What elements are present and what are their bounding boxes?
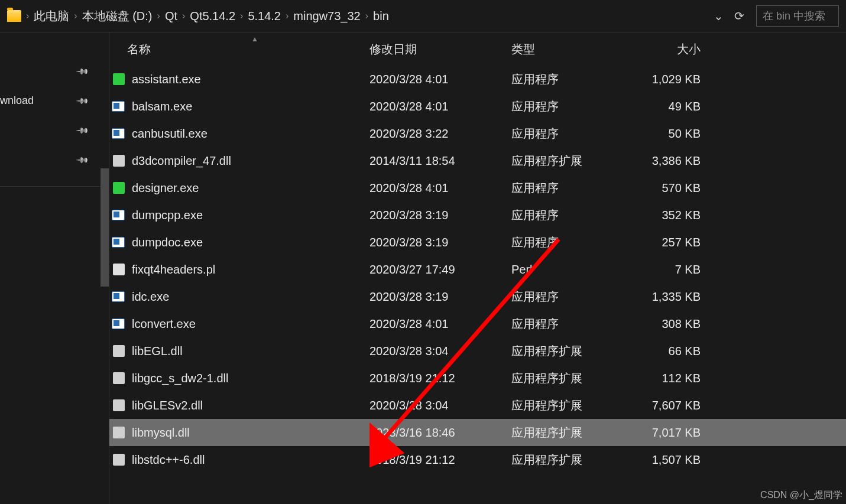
file-icon xyxy=(109,128,127,139)
sort-indicator-icon[interactable]: ▲ xyxy=(251,35,258,43)
sidebar-item[interactable]: wnload📌 xyxy=(0,86,109,115)
file-row[interactable]: lconvert.exe2020/3/28 4:01应用程序308 KB xyxy=(109,310,846,337)
file-date: 2020/3/28 3:19 xyxy=(369,209,511,222)
column-type[interactable]: 类型 xyxy=(511,41,630,57)
content-pane: ▲ 名称 修改日期 类型 大小 assistant.exe2020/3/28 4… xyxy=(109,32,846,504)
pin-icon: 📌 xyxy=(76,93,89,107)
file-row[interactable]: dumpcpp.exe2020/3/28 3:19应用程序352 KB xyxy=(109,201,846,229)
chevron-down-icon[interactable]: ⌄ xyxy=(714,9,724,23)
file-row[interactable]: dumpdoc.exe2020/3/28 3:19应用程序257 KB xyxy=(109,229,846,256)
watermark: CSDN @小_煜同学 xyxy=(760,489,842,502)
file-name: fixqt4headers.pl xyxy=(127,263,369,277)
file-name: dumpcpp.exe xyxy=(127,209,369,222)
file-size: 112 KB xyxy=(630,372,706,385)
file-row[interactable]: libGLESv2.dll2020/3/28 3:04应用程序扩展7,607 K… xyxy=(109,392,846,419)
chevron-right-icon[interactable]: › xyxy=(26,11,29,21)
file-size: 308 KB xyxy=(630,317,706,331)
file-name: libgcc_s_dw2-1.dll xyxy=(127,372,369,385)
divider xyxy=(0,186,109,187)
chevron-right-icon[interactable]: › xyxy=(286,11,289,21)
file-date: 2014/3/11 18:54 xyxy=(369,154,511,168)
file-name: libEGL.dll xyxy=(127,344,369,358)
file-size: 1,335 KB xyxy=(630,290,706,304)
file-row[interactable]: fixqt4headers.pl2020/3/27 17:49Perl7 KB xyxy=(109,256,846,283)
file-size: 570 KB xyxy=(630,181,706,195)
file-icon xyxy=(109,345,127,357)
file-icon xyxy=(109,73,127,85)
sidebar-item[interactable]: 📌 xyxy=(0,115,109,145)
breadcrumb-item[interactable]: bin xyxy=(372,8,390,24)
chevron-right-icon[interactable]: › xyxy=(365,11,368,21)
scrollbar-thumb[interactable] xyxy=(101,168,109,287)
file-date: 2020/3/28 3:04 xyxy=(369,344,511,358)
refresh-icon[interactable]: ⟳ xyxy=(734,9,744,23)
file-date: 2020/3/28 4:01 xyxy=(369,73,511,86)
file-icon xyxy=(109,264,127,275)
column-name[interactable]: 名称 xyxy=(109,41,369,57)
file-type: 应用程序 xyxy=(511,207,630,223)
search-input[interactable]: 在 bin 中搜索 xyxy=(756,5,839,27)
file-row[interactable]: libgcc_s_dw2-1.dll2018/3/19 21:12应用程序扩展1… xyxy=(109,365,846,392)
file-size: 1,507 KB xyxy=(630,453,706,467)
breadcrumb-item[interactable]: Qt xyxy=(164,8,179,24)
file-row[interactable]: canbusutil.exe2020/3/28 3:22应用程序50 KB xyxy=(109,120,846,147)
file-date: 2018/3/19 21:12 xyxy=(369,453,511,467)
file-row[interactable]: libEGL.dll2020/3/28 3:04应用程序扩展66 KB xyxy=(109,337,846,365)
file-type: 应用程序扩展 xyxy=(511,452,630,468)
column-size[interactable]: 大小 xyxy=(630,41,706,57)
file-row[interactable]: libmysql.dll2023/3/16 18:46应用程序扩展7,017 K… xyxy=(109,419,846,446)
file-name: libstdc++-6.dll xyxy=(127,453,369,467)
file-type: 应用程序扩展 xyxy=(511,343,630,359)
file-name: canbusutil.exe xyxy=(127,127,369,141)
file-row[interactable]: assistant.exe2020/3/28 4:01应用程序1,029 KB xyxy=(109,66,846,93)
file-type: 应用程序扩展 xyxy=(511,370,630,386)
file-icon xyxy=(109,427,127,438)
file-row[interactable]: balsam.exe2020/3/28 4:01应用程序49 KB xyxy=(109,93,846,120)
columns-header: 名称 修改日期 类型 大小 xyxy=(109,32,846,61)
file-type: Perl xyxy=(511,263,630,277)
folder-icon xyxy=(7,10,21,22)
pin-icon: 📌 xyxy=(76,152,89,166)
sidebar: 📌wnload📌📌📌 xyxy=(0,32,109,504)
sidebar-item[interactable]: 📌 xyxy=(0,145,109,174)
nav-controls: ⌄ ⟳ xyxy=(702,9,756,23)
file-name: libmysql.dll xyxy=(127,426,369,440)
file-type: 应用程序 xyxy=(511,71,630,87)
column-date[interactable]: 修改日期 xyxy=(369,41,511,57)
file-date: 2020/3/28 4:01 xyxy=(369,100,511,113)
file-date: 2020/3/28 4:01 xyxy=(369,317,511,331)
chevron-right-icon[interactable]: › xyxy=(182,11,185,21)
pin-icon: 📌 xyxy=(76,123,89,136)
file-icon xyxy=(109,182,127,194)
file-row[interactable]: designer.exe2020/3/28 4:01应用程序570 KB xyxy=(109,174,846,201)
file-date: 2018/3/19 21:12 xyxy=(369,372,511,385)
file-type: 应用程序 xyxy=(511,316,630,332)
file-date: 2020/3/28 3:04 xyxy=(369,399,511,412)
chevron-right-icon[interactable]: › xyxy=(74,11,77,21)
sidebar-item[interactable]: 📌 xyxy=(0,56,109,86)
breadcrumb-item[interactable]: mingw73_32 xyxy=(292,8,361,24)
file-size: 49 KB xyxy=(630,100,706,113)
file-name: assistant.exe xyxy=(127,73,369,86)
file-size: 7 KB xyxy=(630,263,706,277)
chevron-right-icon[interactable]: › xyxy=(157,11,160,21)
file-type: 应用程序 xyxy=(511,126,630,142)
file-name: lconvert.exe xyxy=(127,317,369,331)
breadcrumb-item[interactable]: 此电脑 xyxy=(33,7,70,25)
file-size: 7,017 KB xyxy=(630,426,706,440)
file-row[interactable]: idc.exe2020/3/28 3:19应用程序1,335 KB xyxy=(109,283,846,310)
breadcrumb-item[interactable]: Qt5.14.2 xyxy=(189,8,236,24)
file-icon xyxy=(109,318,127,329)
file-date: 2023/3/16 18:46 xyxy=(369,426,511,440)
chevron-right-icon[interactable]: › xyxy=(240,11,243,21)
breadcrumb-item[interactable]: 5.14.2 xyxy=(247,8,282,24)
file-name: d3dcompiler_47.dll xyxy=(127,154,369,168)
file-type: 应用程序 xyxy=(511,180,630,196)
file-date: 2020/3/28 3:19 xyxy=(369,236,511,249)
file-icon xyxy=(109,210,127,220)
address-bar: ›此电脑›本地磁盘 (D:)›Qt›Qt5.14.2›5.14.2›mingw7… xyxy=(0,0,846,32)
file-row[interactable]: d3dcompiler_47.dll2014/3/11 18:54应用程序扩展3… xyxy=(109,147,846,174)
file-row[interactable]: libstdc++-6.dll2018/3/19 21:12应用程序扩展1,50… xyxy=(109,446,846,473)
breadcrumb[interactable]: ›此电脑›本地磁盘 (D:)›Qt›Qt5.14.2›5.14.2›mingw7… xyxy=(26,7,702,25)
breadcrumb-item[interactable]: 本地磁盘 (D:) xyxy=(81,7,154,25)
